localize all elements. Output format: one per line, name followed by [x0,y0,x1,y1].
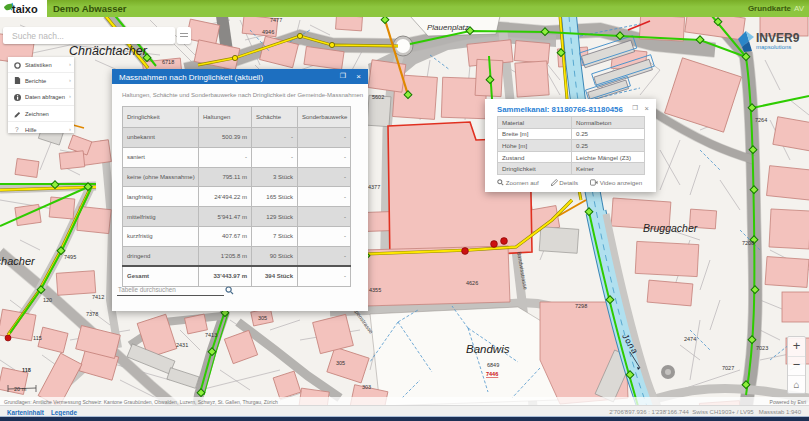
svg-text:2431: 2431 [176,342,188,348]
svg-text:303: 303 [362,384,371,390]
svg-text:120: 120 [43,297,52,303]
svg-text:Bandwis: Bandwis [466,343,510,355]
svg-text:7413: 7413 [205,332,217,338]
svg-text:mapsolutions: mapsolutions [756,44,791,50]
svg-text:6718: 6718 [162,59,174,65]
svg-text:7208: 7208 [742,240,754,246]
svg-text:4377: 4377 [368,184,380,190]
svg-text:4626: 4626 [466,280,478,286]
svg-text:7477: 7477 [270,17,282,23]
svg-text:7298: 7298 [575,303,587,309]
svg-text:118: 118 [22,367,31,373]
svg-text:Chnächtacher: Chnächtacher [69,44,148,58]
svg-text:5602: 5602 [372,94,384,100]
svg-text:Bruggacher: Bruggacher [643,222,698,234]
svg-text:115: 115 [33,335,42,341]
svg-text:taixo: taixo [12,3,38,15]
svg-text:6849: 6849 [487,362,499,368]
svg-text:7027: 7027 [722,365,734,371]
svg-text:305: 305 [336,360,345,366]
svg-text:4946: 4946 [262,29,274,35]
svg-text:7378: 7378 [86,311,98,317]
svg-text:7495: 7495 [64,254,76,260]
svg-text:2474: 2474 [684,336,696,342]
svg-text:Plauenplatz: Plauenplatz [427,23,469,32]
svg-text:7023: 7023 [756,345,768,351]
svg-text:7412: 7412 [92,294,104,300]
svg-text:4355: 4355 [369,287,381,293]
svg-text:INVER9: INVER9 [756,31,800,45]
svg-text:Jochacher: Jochacher [0,255,36,267]
svg-text:7446: 7446 [486,371,498,377]
svg-text:7264: 7264 [755,117,767,123]
svg-text:305: 305 [258,315,267,321]
